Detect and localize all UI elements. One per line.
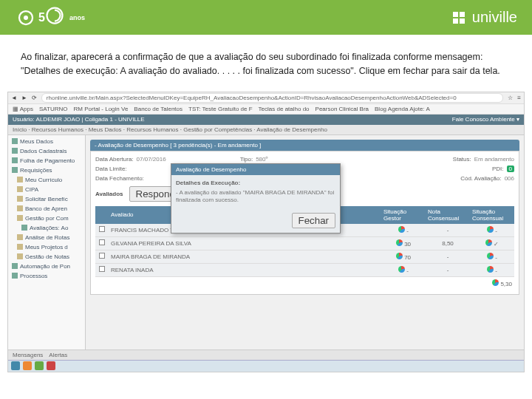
value: 07/07/2016	[137, 156, 166, 163]
col-sc: Situação Consensual	[470, 206, 514, 224]
task-icon[interactable]	[35, 361, 44, 370]
cell-sg: -	[381, 224, 426, 237]
nav-back-icon[interactable]: ◄	[11, 95, 17, 101]
browser-window: ◄ ► ⟳ rhonline.univille.br/Main.aspx?Sel…	[7, 92, 525, 372]
sidebar-label: Meu Currículo	[25, 177, 62, 183]
col-nota: Nota Consensual	[426, 206, 470, 224]
label: Data Fechamento:	[95, 175, 144, 182]
task-icon[interactable]	[47, 361, 55, 370]
bookmark-item[interactable]: TST: Teste Gratuito de F	[188, 106, 253, 112]
folder-icon	[12, 157, 18, 163]
sidebar-label: Processos	[20, 273, 47, 279]
sidebar-label: Dados Cadastrais	[20, 148, 67, 154]
cell-nota: -	[426, 250, 470, 263]
bottom-tabs: Mensagens Alertas	[8, 349, 524, 360]
sidebar-label: Gestão por Com	[25, 215, 69, 222]
avaliados-title: Avaliados	[95, 191, 123, 197]
sidebar-label: Gestão de Notas	[25, 253, 69, 260]
sidebar-label: Meus Dados	[20, 138, 53, 145]
checkbox[interactable]	[99, 253, 105, 259]
label: Cód. Avaliação:	[460, 175, 501, 182]
checkbox[interactable]	[99, 226, 105, 232]
folder-icon	[17, 234, 23, 240]
sidebar-item[interactable]: Meus Projetos d	[10, 242, 83, 252]
label: Tipo:	[240, 156, 253, 163]
tab-mensagens[interactable]: Mensagens	[13, 352, 43, 358]
sidebar-item[interactable]: Análise de Rotas	[10, 233, 83, 242]
univille-logo: univille	[450, 9, 517, 27]
sidebar-item[interactable]: Meus Dados	[10, 137, 83, 146]
url-bar[interactable]: rhonline.univille.br/Main.aspx?SelectedM…	[41, 93, 503, 103]
cell-sc: -	[470, 250, 514, 263]
table-row[interactable]: GILVANIA PEREIRA DA SILVA 308,50 ✓	[95, 236, 514, 250]
label: Status:	[453, 156, 471, 163]
folder-icon	[17, 177, 23, 183]
pdi-badge: 0	[507, 166, 514, 172]
sidebar-item[interactable]: Requisições	[10, 166, 83, 175]
sidebar-item[interactable]: Meu Currículo	[10, 175, 83, 185]
value: 006	[505, 175, 514, 182]
sidebar-item[interactable]: Banco de Apren	[10, 204, 83, 214]
cell-nota: -	[426, 224, 470, 237]
cell-nota: 8,50	[426, 236, 470, 250]
cell-sg: 70	[381, 250, 426, 263]
sidebar-label: Banco de Apren	[25, 205, 67, 212]
cell-sg: -	[381, 263, 426, 276]
taskbar	[8, 360, 524, 372]
header-right[interactable]: Fale Conosco Ambiente ▾	[452, 116, 519, 123]
bookmark-item[interactable]: Teclas de atalho do	[259, 106, 310, 112]
sidebar-item[interactable]: Gestão de Notas	[10, 252, 83, 262]
nav-fwd-icon[interactable]: ►	[21, 95, 27, 101]
checkbox[interactable]	[99, 239, 105, 245]
table-row[interactable]: RENATA INADA -- -	[95, 263, 514, 276]
pie-icon	[492, 279, 499, 286]
bookmark-item[interactable]: SATURNO	[39, 106, 68, 112]
pie-icon	[396, 239, 403, 246]
cell-name: GILVANIA PEREIRA DA SILVA	[109, 236, 381, 250]
checkbox[interactable]	[99, 266, 105, 272]
reload-icon[interactable]: ⟳	[32, 95, 37, 101]
panel-title: - Avaliação de Desempenho [ 3 pendência(…	[90, 140, 519, 151]
sidebar-item[interactable]: CIPA	[10, 185, 83, 194]
cell-name: MAIRA BRAGA DE MIRANDA	[109, 250, 381, 263]
sidebar-item[interactable]: Dados Cadastrais	[10, 146, 83, 156]
table-row[interactable]: MAIRA BRAGA DE MIRANDA 70- -	[95, 250, 514, 263]
task-icon[interactable]	[23, 361, 32, 370]
menu-icon[interactable]: ≡	[517, 95, 521, 101]
footer-pct: 5,30	[500, 281, 512, 287]
bookmarks-bar: ▦ Apps SATURNO RM Portal - Login Ve Banc…	[8, 104, 524, 115]
sidebar-item[interactable]: Folha de Pagamento	[10, 156, 83, 166]
sidebar-item[interactable]: Avaliações: Ao	[10, 223, 83, 233]
bookmark-item[interactable]: Pearson Clinical Bra	[316, 106, 369, 112]
close-button[interactable]: Fechar	[292, 213, 335, 228]
star-icon[interactable]: ☆	[508, 95, 513, 101]
label: Data Abertura:	[95, 156, 134, 163]
folder-icon	[17, 186, 23, 192]
modal-text: - A avaliação do avaliado "MAIRA BRAGA D…	[176, 189, 335, 205]
sidebar-label: Folha de Pagamento	[20, 157, 75, 164]
tab-alertas[interactable]: Alertas	[49, 352, 67, 358]
sidebar-label: Automação de Pon	[20, 263, 70, 270]
folder-icon	[12, 263, 18, 269]
pie-icon	[398, 266, 405, 273]
bookmark-item[interactable]: Banco de Talentos	[134, 106, 183, 112]
pie-icon	[485, 239, 492, 246]
user-info: Usuário: ALDEMIR JOAO | Coligada 1 - UNI…	[13, 116, 145, 123]
cell-sc: -	[470, 263, 514, 276]
sidebar-item[interactable]: Solicitar Benefíc	[10, 194, 83, 204]
sidebar-item[interactable]: Processos	[10, 271, 83, 281]
sidebar-item[interactable]: Gestão por Com	[10, 214, 83, 223]
sidebar-item[interactable]: Automação de Pon	[10, 262, 83, 271]
pie-icon	[487, 266, 494, 273]
instruction-text: Ao finalizar, aparecerá a confirmação de…	[0, 37, 532, 92]
apps-icon[interactable]: ▦ Apps	[13, 106, 33, 112]
pie-icon	[487, 253, 494, 259]
brand-header: 5 anos univille	[0, 0, 532, 37]
pie-icon	[396, 253, 403, 259]
label: PDI:	[492, 166, 504, 172]
task-icon[interactable]	[11, 361, 20, 370]
sidebar-label: Meus Projetos d	[25, 244, 68, 250]
bookmark-item[interactable]: Blog Agenda Ajote: A	[375, 106, 430, 112]
bookmark-item[interactable]: RM Portal - Login Ve	[74, 106, 129, 112]
sidebar-label: CIPA	[25, 186, 38, 193]
